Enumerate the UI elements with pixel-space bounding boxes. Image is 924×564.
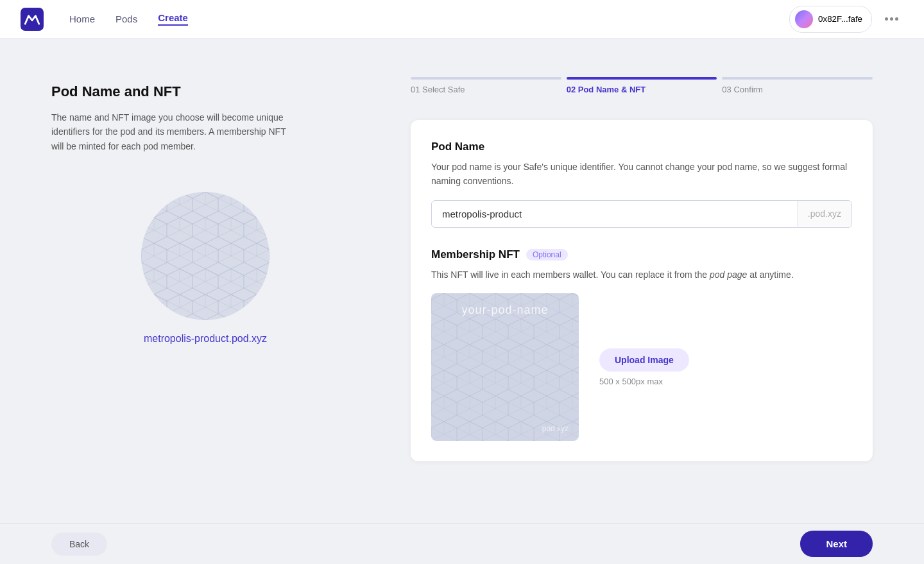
- left-panel: Pod Name and NFT The name and NFT image …: [51, 77, 359, 461]
- main-content: Pod Name and NFT The name and NFT image …: [0, 38, 924, 513]
- membership-nft-title-row: Membership NFT Optional: [431, 248, 852, 261]
- nav-pods[interactable]: Pods: [116, 13, 137, 24]
- step-bar-3: [722, 77, 873, 80]
- membership-nft-title: Membership NFT: [431, 248, 520, 261]
- dot-2: [890, 17, 893, 21]
- next-button[interactable]: Next: [800, 531, 873, 557]
- bottom-nav: Back Next: [0, 523, 924, 564]
- step-label-1: 01 Select Safe: [411, 85, 561, 94]
- pod-page-link[interactable]: pod page: [710, 269, 747, 280]
- logo-icon: [21, 8, 44, 31]
- nav-home[interactable]: Home: [69, 13, 95, 24]
- page-title: Pod Name and NFT: [51, 83, 359, 100]
- stepper: 01 Select Safe 02 Pod Name & NFT 03 Conf…: [411, 77, 873, 94]
- step-confirm: 03 Confirm: [722, 77, 873, 94]
- pod-name-section-title: Pod Name: [431, 141, 852, 153]
- input-suffix: .pod.xyz: [797, 201, 851, 226]
- upload-hint: 500 x 500px max: [599, 377, 663, 386]
- membership-nft-desc-text: This NFT will live in each members walle…: [431, 269, 707, 280]
- dot-3: [895, 17, 898, 21]
- membership-nft-desc-suffix: at anytime.: [749, 269, 793, 280]
- nft-upload-info: Upload Image 500 x 500px max: [599, 348, 689, 386]
- step-label-2: 02 Pod Name & NFT: [567, 85, 717, 94]
- membership-nft-desc: This NFT will live in each members walle…: [431, 268, 852, 282]
- page-description: The name and NFT image you choose will b…: [51, 110, 295, 153]
- step-select-safe: 01 Select Safe: [411, 77, 561, 94]
- step-bar-2: [567, 77, 717, 80]
- avatar: [795, 10, 813, 28]
- svg-rect-8: [141, 192, 270, 320]
- geo-pattern-icon: [141, 192, 270, 320]
- wallet-address: 0x82F...fafe: [818, 14, 862, 24]
- header-right: 0x82F...fafe: [789, 6, 903, 33]
- header: Home Pods Create 0x82F...fafe: [0, 0, 924, 38]
- nav-create[interactable]: Create: [158, 12, 188, 26]
- upload-image-button[interactable]: Upload Image: [599, 348, 689, 372]
- optional-badge: Optional: [526, 249, 568, 261]
- nft-preview: your-pod-name pod.xyz: [431, 293, 579, 441]
- dot-1: [885, 17, 888, 21]
- pod-name-section-desc: Your pod name is your Safe's unique iden…: [431, 160, 852, 189]
- step-pod-name-nft: 02 Pod Name & NFT: [567, 77, 717, 94]
- main-nav: Home Pods Create: [69, 12, 188, 26]
- preview-pod-name: metropolis-product.pod.xyz: [144, 333, 267, 345]
- back-button[interactable]: Back: [51, 533, 107, 556]
- preview-circle: [141, 192, 270, 320]
- pod-name-input[interactable]: [432, 201, 797, 227]
- step-label-3: 03 Confirm: [722, 85, 873, 94]
- nft-preview-label: your-pod-name: [431, 303, 579, 317]
- form-card: Pod Name Your pod name is your Safe's un…: [411, 120, 873, 461]
- nft-preview-bottom-label: pod.xyz: [542, 424, 569, 433]
- wallet-button[interactable]: 0x82F...fafe: [789, 6, 872, 33]
- header-left: Home Pods Create: [21, 8, 188, 31]
- nft-area: your-pod-name pod.xyz Upload Image 500 x…: [431, 293, 852, 441]
- step-bar-1: [411, 77, 561, 80]
- right-panel: 01 Select Safe 02 Pod Name & NFT 03 Conf…: [411, 77, 873, 461]
- preview-container: metropolis-product.pod.xyz: [51, 192, 359, 345]
- more-button[interactable]: [880, 15, 903, 23]
- pod-name-input-row: .pod.xyz: [431, 200, 852, 228]
